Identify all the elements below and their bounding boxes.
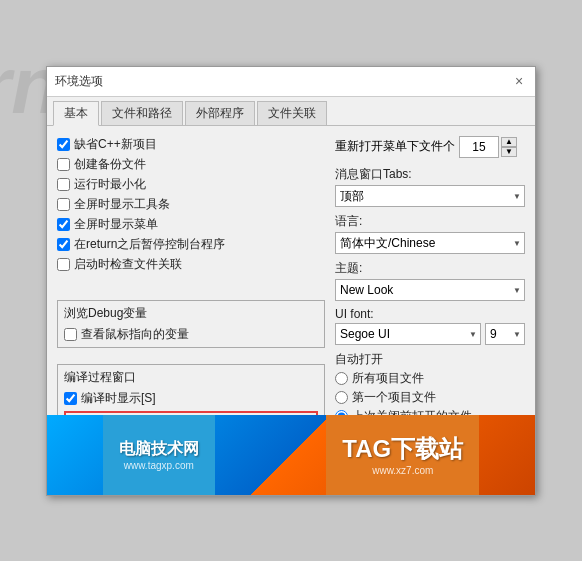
checkbox-default-cpp: 缺省C++新项目 [57,136,325,153]
lang-select[interactable]: 简体中文/Chinese English [335,232,525,254]
font-select-wrapper: Segoe UI Arial Tahoma [335,323,481,345]
radio-first-project-file-input[interactable] [335,391,348,404]
titlebar: 环境选项 × [47,67,535,97]
checkbox-minimize-input[interactable] [57,178,70,191]
debug-section-title: 浏览Debug变量 [64,305,318,322]
checkbox-pause-console-input[interactable] [57,238,70,251]
auto-open-label: 自动打开 [335,351,525,368]
checkbox-fullscreen-toolbar: 全屏时显示工具条 [57,196,325,213]
radio-no-auto-open-input[interactable] [335,429,348,442]
reopen-spin-buttons: ▲ ▼ [501,137,517,157]
checkbox-backup-input[interactable] [57,158,70,171]
right-panel: 重新打开菜单下文件个 ▲ ▼ 消息窗口Tabs: 顶部 [335,136,525,446]
checkbox-compile-autoclose: 编译完成,自动关闭[A] [70,416,312,433]
tab-files-paths[interactable]: 文件和路径 [101,101,183,125]
radio-last-opened-input[interactable] [335,410,348,423]
checkbox-fullscreen-menu: 全屏时显示菜单 [57,216,325,233]
font-section: UI font: Segoe UI Arial Tahoma 9 10 [335,307,525,345]
checkbox-default-cpp-input[interactable] [57,138,70,151]
checkbox-debug-mouse-label: 查看鼠标指向的变量 [81,326,189,343]
checkbox-default-cpp-label: 缺省C++新项目 [74,136,157,153]
tab-bar: 基本 文件和路径 外部程序 文件关联 [47,97,535,126]
checkbox-pause-console: 在return之后暂停控制台程序 [57,236,325,253]
ok-label: 确定 [432,467,456,484]
font-row: Segoe UI Arial Tahoma 9 10 11 12 [335,323,525,345]
radio-all-project-files-label: 所有项目文件 [352,370,424,387]
checkbox-compile-autoclose-label: 编译完成,自动关闭[A] [87,416,201,433]
font-size-select[interactable]: 9 10 11 12 [485,323,525,345]
font-label: UI font: [335,307,525,321]
radio-all-project-files-input[interactable] [335,372,348,385]
checkbox-compile-show: 编译时显示[S] [64,390,318,407]
dialog-title: 环境选项 [55,73,103,90]
bottom-bar: ✔ 确定 取消 [47,456,535,495]
checkbox-compile-show-input[interactable] [64,392,77,405]
reopen-section: 重新打开菜单下文件个 ▲ ▼ [335,136,525,160]
auto-open-section: 自动打开 所有项目文件 第一个项目文件 上次关闭前打开的文件 不自动打开 [335,351,525,446]
msg-tabs-label: 消息窗口Tabs: [335,166,525,183]
checkbox-file-assoc: 启动时检查文件关联 [57,256,325,273]
compile-section-title: 编译过程窗口 [64,369,318,386]
ok-button[interactable]: ✔ 确定 [405,463,469,489]
checkbox-compile-autoclose-input[interactable] [70,418,83,431]
radio-first-project-file-label: 第一个项目文件 [352,389,436,406]
checkbox-backup-label: 创建备份文件 [74,156,146,173]
lang-section: 语言: 简体中文/Chinese English [335,213,525,254]
checkbox-debug-mouse-input[interactable] [64,328,77,341]
cancel-button[interactable]: 取消 [475,463,525,489]
compile-auto-close-highlight: 编译完成,自动关闭[A] [64,411,318,438]
reopen-label: 重新打开菜单下文件个 [335,138,455,155]
font-select[interactable]: Segoe UI Arial Tahoma [335,323,481,345]
content-area: 缺省C++新项目 创建备份文件 运行时最小化 全屏时显示工具条 全屏时显示菜单 … [47,126,535,456]
close-button[interactable]: × [511,73,527,89]
radio-first-project-file: 第一个项目文件 [335,389,525,406]
checkbox-compile-show-label: 编译时显示[S] [81,390,156,407]
theme-section: 主题: New Look Classic Dark [335,260,525,301]
checkbox-file-assoc-input[interactable] [57,258,70,271]
cancel-label: 取消 [488,467,512,484]
font-size-select-wrapper: 9 10 11 12 [485,323,525,345]
reopen-row: 重新打开菜单下文件个 ▲ ▼ [335,136,525,158]
radio-last-opened-label: 上次关闭前打开的文件 [352,408,472,425]
checkbox-fullscreen-menu-label: 全屏时显示菜单 [74,216,158,233]
checkbox-file-assoc-label: 启动时检查文件关联 [74,256,182,273]
dialog: 环境选项 × 基本 文件和路径 外部程序 文件关联 缺省C++新项目 创建备份文… [46,66,536,496]
checkbox-pause-console-label: 在return之后暂停控制台程序 [74,236,225,253]
lang-label: 语言: [335,213,525,230]
radio-all-project-files: 所有项目文件 [335,370,525,387]
radio-last-opened: 上次关闭前打开的文件 [335,408,525,425]
reopen-number-input[interactable] [459,136,499,158]
debug-section: 浏览Debug变量 查看鼠标指向的变量 [57,300,325,348]
theme-label: 主题: [335,260,525,277]
radio-no-auto-open: 不自动打开 [335,427,525,444]
checkbox-minimize-label: 运行时最小化 [74,176,146,193]
reopen-number-wrapper: ▲ ▼ [459,136,517,158]
checkbox-fullscreen-menu-input[interactable] [57,218,70,231]
lang-select-wrapper: 简体中文/Chinese English [335,232,525,254]
radio-no-auto-open-label: 不自动打开 [352,427,412,444]
theme-select-wrapper: New Look Classic Dark [335,279,525,301]
tab-external-programs[interactable]: 外部程序 [185,101,255,125]
reopen-spin-up[interactable]: ▲ [501,137,517,147]
tab-file-associations[interactable]: 文件关联 [257,101,327,125]
msg-tabs-select-wrapper: 顶部 底部 左侧 右侧 [335,185,525,207]
theme-select[interactable]: New Look Classic Dark [335,279,525,301]
tab-basic[interactable]: 基本 [53,101,99,126]
checkbox-fullscreen-toolbar-input[interactable] [57,198,70,211]
checkmark-icon: ✔ [418,469,428,483]
reopen-spin-down[interactable]: ▼ [501,147,517,157]
compile-section: 编译过程窗口 编译时显示[S] 编译完成,自动关闭[A] [57,364,325,443]
checkbox-minimize: 运行时最小化 [57,176,325,193]
checkbox-debug-mouse: 查看鼠标指向的变量 [64,326,318,343]
left-panel: 缺省C++新项目 创建备份文件 运行时最小化 全屏时显示工具条 全屏时显示菜单 … [57,136,325,446]
checkbox-backup: 创建备份文件 [57,156,325,173]
checkbox-fullscreen-toolbar-label: 全屏时显示工具条 [74,196,170,213]
msg-tabs-section: 消息窗口Tabs: 顶部 底部 左侧 右侧 [335,166,525,207]
msg-tabs-select[interactable]: 顶部 底部 左侧 右侧 [335,185,525,207]
